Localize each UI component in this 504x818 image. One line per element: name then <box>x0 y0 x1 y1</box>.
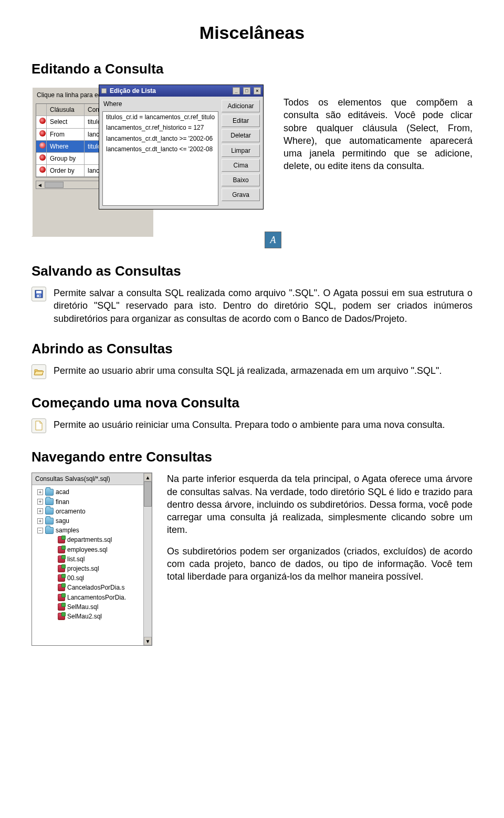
scroll-thumb[interactable] <box>144 481 152 507</box>
vertical-scrollbar[interactable]: ▲ ▼ <box>143 473 152 645</box>
heading-nav: Navegando entre Consultas <box>32 448 472 466</box>
tree-file[interactable]: projects.sql <box>34 564 150 573</box>
expand-icon[interactable]: + <box>37 499 43 505</box>
tree-folder[interactable]: + finan <box>34 497 150 507</box>
status-dot-icon <box>39 118 46 124</box>
svg-rect-1 <box>36 291 41 293</box>
scroll-left-icon[interactable]: ◄ <box>36 182 44 189</box>
add-button[interactable]: Adicionar <box>222 100 260 112</box>
sql-file-icon <box>58 594 65 601</box>
tree-file[interactable]: list.sql <box>34 554 150 564</box>
edit-paragraph: Todos os elementos que compõem a consult… <box>284 96 472 173</box>
saved-queries-tree: Consultas Salvas(sql/*.sql) + acad + fin… <box>32 473 152 646</box>
heading-new: Começando uma nova Consulta <box>32 394 472 412</box>
minimize-button[interactable]: _ <box>233 87 240 95</box>
folder-icon <box>45 518 54 525</box>
clear-button[interactable]: Limpar <box>222 144 260 157</box>
tree-title: Consultas Salvas(sql/*.sql) <box>32 473 152 485</box>
tree-file[interactable]: LancamentosPorDia. <box>34 593 150 602</box>
open-paragraph: Permite ao usuario abrir uma consulta SQ… <box>54 364 442 377</box>
folder-icon <box>45 489 54 496</box>
tree-file[interactable]: SelMau2.sql <box>34 612 150 621</box>
status-dot-icon <box>39 166 46 173</box>
open-folder-icon <box>32 364 46 379</box>
new-paragraph: Permite ao usuário reiniciar uma Consult… <box>54 418 445 431</box>
sql-file-icon <box>58 603 65 611</box>
folder-icon <box>45 527 54 534</box>
list-edit-dialog: Edição de Lista _ □ × Where titulos_cr.i… <box>99 85 264 209</box>
sql-file-icon <box>58 536 65 543</box>
agata-logo-icon: A <box>265 232 281 248</box>
expand-icon[interactable]: + <box>37 489 43 495</box>
list-item[interactable]: lancamentos_cr.dt_lancto <= '2002-08 <box>103 144 218 154</box>
status-dot-icon <box>39 154 46 161</box>
move-down-button[interactable]: Baixo <box>222 174 260 186</box>
scroll-down-icon[interactable]: ▼ <box>144 637 152 645</box>
heading-edit: Editando a Consulta <box>32 60 472 78</box>
edit-button[interactable]: Editar <box>222 114 260 127</box>
sql-file-icon <box>58 546 65 553</box>
tree-file[interactable]: CanceladosPorDia.s <box>34 583 150 592</box>
tree-folder[interactable]: + sagu <box>34 516 150 526</box>
close-button[interactable]: × <box>254 87 261 95</box>
maximize-button[interactable]: □ <box>243 87 250 95</box>
sql-file-icon <box>58 574 65 582</box>
tree-file[interactable]: SelMau.sql <box>34 602 150 612</box>
save-button[interactable]: Grava <box>222 188 260 201</box>
status-dot-icon <box>39 130 46 137</box>
heading-open: Abrindo as Consultas <box>32 340 472 358</box>
collapse-icon[interactable]: − <box>37 528 43 533</box>
sql-file-icon <box>58 565 65 572</box>
sql-file-icon <box>58 584 65 591</box>
expand-icon[interactable]: + <box>37 508 43 514</box>
col-clause[interactable]: Cláusula <box>47 104 85 116</box>
move-up-button[interactable]: Cima <box>222 159 260 172</box>
list-item[interactable]: titulos_cr.id = lancamentos_cr.ref_titul… <box>103 112 218 122</box>
save-paragraph: Permite salvar a consulta SQL realizada … <box>54 287 472 325</box>
save-icon <box>32 287 46 301</box>
status-dot-icon <box>39 142 46 149</box>
delete-button[interactable]: Deletar <box>222 129 260 142</box>
tree-folder[interactable]: + orcamento <box>34 507 150 516</box>
folder-icon <box>45 498 54 505</box>
tree-file[interactable]: 00.sql <box>34 573 150 583</box>
new-file-icon <box>32 418 46 433</box>
dialog-title: Edição de Lista <box>110 87 156 95</box>
heading-save: Salvando as Consultas <box>32 262 472 280</box>
expand-icon[interactable]: + <box>37 518 43 524</box>
svg-rect-3 <box>39 295 40 297</box>
where-listbox[interactable]: titulos_cr.id = lancamentos_cr.ref_titul… <box>102 111 218 206</box>
scroll-thumb[interactable] <box>45 182 64 188</box>
sql-file-icon <box>58 555 65 563</box>
sql-file-icon <box>58 613 65 620</box>
list-item[interactable]: lancamentos_cr.dt_lancto >= '2002-06 <box>103 133 218 144</box>
list-item[interactable]: lancamentos_cr.ref_historico = 127 <box>103 122 218 133</box>
nav-paragraph-1: Na parte inferior esquerda da tela princ… <box>167 473 472 536</box>
tree-folder-open[interactable]: − samples <box>34 526 150 535</box>
tree-file[interactable]: employees.sql <box>34 545 150 554</box>
scroll-up-icon[interactable]: ▲ <box>144 473 152 481</box>
nav-paragraph-2: Os subdiretórios podem ser organizados (… <box>167 545 472 583</box>
folder-icon <box>45 508 54 515</box>
field-label: Where <box>102 100 218 109</box>
page-title: Miscelâneas <box>32 21 472 45</box>
dialog-titlebar[interactable]: Edição de Lista _ □ × <box>99 85 263 97</box>
screenshot-edit-dialog: Clique na linha para editar o con Cláusu… <box>32 85 268 247</box>
window-menu-icon[interactable] <box>101 88 107 93</box>
tree-file[interactable]: departments.sql <box>34 535 150 544</box>
tree-folder[interactable]: + acad <box>34 487 150 497</box>
